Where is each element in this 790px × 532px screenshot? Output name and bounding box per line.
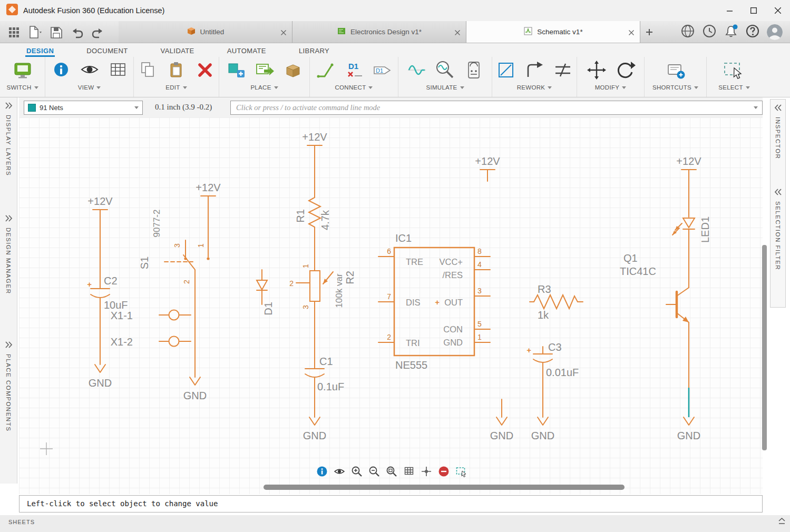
svg-text:GND[interactable]: GND [303, 430, 326, 441]
probe-magnifier-icon[interactable] [435, 60, 456, 83]
svg-text:4.7k[interactable]: 4.7k [319, 210, 331, 230]
remove-icon[interactable] [438, 466, 450, 477]
connector-x1-2[interactable]: X1-2 [111, 336, 191, 348]
svg-text:GND[interactable]: GND [89, 377, 112, 389]
svg-text:C3[interactable]: C3 [548, 341, 562, 353]
svg-text:9077-2[interactable]: 9077-2 [152, 210, 162, 238]
menu-design[interactable]: DESIGN [25, 46, 55, 57]
menu-document[interactable]: DOCUMENT [85, 46, 129, 57]
svg-text:0.1uF[interactable]: 0.1uF [317, 381, 344, 392]
component-s1[interactable]: 3 1 2 S1 9077-2 [139, 210, 210, 377]
schematic-viewport[interactable]: +12V +12V +12V +12V +12V + C2 [19, 117, 763, 494]
zoom-in-icon[interactable] [351, 466, 363, 477]
gnd-4[interactable]: GND [490, 399, 513, 441]
svg-text:R2[interactable]: R2 [344, 271, 356, 284]
save-button[interactable] [47, 24, 64, 41]
vertical-scrollbar[interactable] [762, 245, 767, 450]
power-12v-2[interactable]: +12V [196, 182, 221, 240]
delete-icon[interactable] [194, 60, 216, 83]
app-launcher-icon[interactable] [5, 24, 22, 41]
switch-workspace-icon[interactable] [12, 60, 33, 83]
svg-text:C1[interactable]: C1 [319, 356, 333, 367]
svg-text:NE555[interactable]: NE555 [395, 359, 427, 371]
svg-text:GND[interactable]: GND [531, 430, 554, 441]
redo-button[interactable] [90, 24, 106, 41]
tab-schematic[interactable]: Schematic v1* [466, 21, 640, 43]
net-label-icon[interactable]: D1 [344, 60, 365, 83]
close-button[interactable] [766, 0, 790, 21]
command-line-input[interactable] [230, 101, 763, 115]
chevron-down-icon[interactable] [754, 106, 758, 109]
svg-text:+12V[interactable]: +12V [475, 155, 500, 167]
notifications-bell-icon[interactable] [724, 24, 738, 41]
svg-text:D1[interactable]: D1 [262, 302, 274, 316]
place-package-icon[interactable] [282, 60, 304, 83]
horizontal-scrollbar[interactable] [264, 485, 625, 490]
gnd-5[interactable]: GND [531, 417, 554, 441]
component-r2[interactable]: 1 2 3 100k var R2 [289, 264, 356, 369]
svg-text:+12V[interactable]: +12V [87, 195, 113, 207]
svg-text:X1-2[interactable]: X1-2 [111, 336, 133, 348]
layer-grid-icon[interactable] [108, 60, 129, 83]
maximize-button[interactable] [742, 0, 766, 21]
close-tab-icon[interactable] [454, 28, 461, 35]
svg-text:S1[interactable]: S1 [139, 257, 150, 269]
component-r3[interactable]: R3 1k [530, 283, 583, 321]
gnd-3[interactable]: GND [303, 417, 326, 441]
component-r1[interactable]: R1 4.7k [295, 196, 331, 271]
place-board-icon[interactable] [254, 60, 275, 83]
info-icon[interactable] [316, 466, 328, 477]
multimeter-icon[interactable] [463, 60, 484, 83]
undo-button[interactable] [69, 24, 85, 41]
schematic-canvas[interactable]: +12V +12V +12V +12V +12V + C2 [19, 117, 763, 494]
connector-x1-1[interactable]: X1-1 [111, 310, 191, 321]
power-12v-5[interactable]: +12V [676, 155, 701, 217]
job-status-clock-icon[interactable] [702, 24, 717, 41]
svg-text:10uF[interactable]: 10uF [104, 299, 128, 311]
rework-route-icon[interactable] [524, 60, 545, 83]
gnd-2[interactable]: GND [183, 377, 207, 401]
svg-text:GND[interactable]: GND [183, 390, 207, 401]
panel-inspector[interactable]: INSPECTOR [771, 104, 785, 159]
marquee-select-icon[interactable] [455, 466, 467, 477]
svg-text:TIC41C[interactable]: TIC41C [620, 265, 656, 277]
gnd-6[interactable]: GND [677, 417, 700, 441]
sheets-tab[interactable]: SHEETS [8, 519, 35, 525]
info-icon[interactable] [51, 60, 72, 83]
eye-icon[interactable] [334, 466, 345, 477]
zoom-fit-icon[interactable] [386, 466, 397, 477]
nets-selector[interactable]: 91 Nets [24, 101, 143, 115]
component-q1[interactable]: Q1 TIC41C [620, 252, 689, 388]
svg-text:+12V[interactable]: +12V [196, 182, 221, 193]
file-menu-button[interactable] [26, 24, 43, 41]
extensions-globe-icon[interactable] [680, 24, 695, 41]
power-12v-4[interactable]: +12V [475, 155, 500, 181]
move-icon[interactable] [586, 60, 607, 83]
place-part-icon[interactable] [226, 60, 247, 83]
rotate-icon[interactable] [615, 60, 636, 83]
help-icon[interactable] [745, 24, 760, 41]
menu-validate[interactable]: VALIDATE [160, 46, 196, 57]
panel-design-manager[interactable]: DESIGN MANAGER [0, 214, 17, 294]
component-led1[interactable]: LED1 [672, 216, 711, 288]
shortcuts-panel-icon[interactable] [665, 60, 686, 83]
svg-text:GND[interactable]: GND [490, 430, 513, 441]
new-tab-button[interactable] [640, 21, 658, 43]
tab-electronics-design[interactable]: Electronics Design v1* [292, 21, 466, 43]
menu-library[interactable]: LIBRARY [298, 46, 330, 57]
svg-text:Q1[interactable]: Q1 [623, 252, 638, 264]
copy-icon[interactable] [138, 60, 159, 83]
svg-text:X1-1[interactable]: X1-1 [111, 310, 133, 321]
user-avatar[interactable] [767, 24, 783, 40]
minimize-button[interactable] [717, 0, 742, 21]
rework-line-icon[interactable] [495, 60, 516, 83]
svg-text:0.01uF[interactable]: 0.01uF [546, 367, 579, 378]
paste-icon[interactable] [166, 60, 187, 83]
panel-selection-filter[interactable]: SELECTION FILTER [771, 188, 785, 270]
net-wire-icon[interactable] [315, 60, 336, 83]
menu-automate[interactable]: AUTOMATE [226, 46, 267, 57]
marquee-select-icon[interactable] [723, 60, 746, 83]
gnd-1[interactable]: GND [89, 364, 112, 389]
tab-untitled[interactable]: Untitled [119, 21, 292, 43]
component-c3[interactable]: + C3 0.01uF [526, 341, 579, 417]
